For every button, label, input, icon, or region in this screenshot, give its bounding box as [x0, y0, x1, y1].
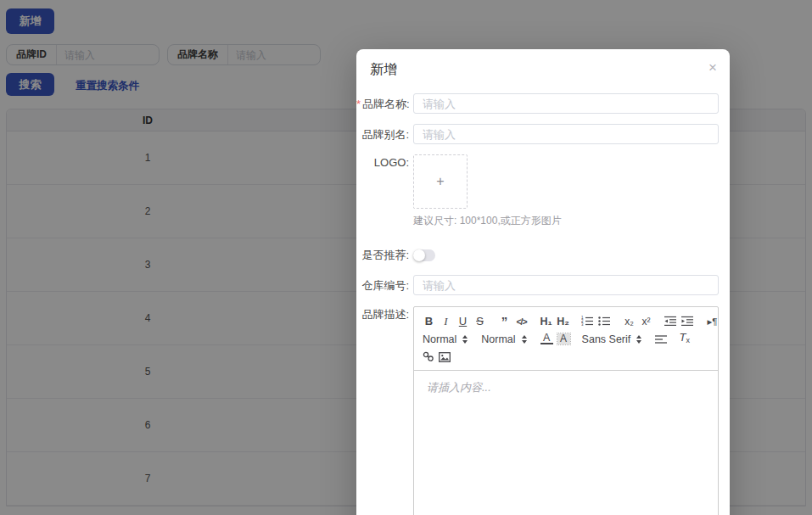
code-block-button[interactable]: </> — [515, 315, 528, 328]
rich-text-editor: B I U S ” </> H₁ H₂ 123 — [413, 306, 719, 515]
ordered-list-icon[interactable]: 123 — [581, 316, 594, 327]
editor-content-area[interactable]: 请插入内容... — [414, 371, 718, 515]
brand-name-field-row: *品牌名称: — [356, 93, 730, 114]
description-field-row: 品牌描述: B I U S ” </> H₁ H₂ — [356, 306, 730, 515]
svg-text:3: 3 — [581, 322, 584, 327]
required-mark: * — [356, 98, 361, 110]
description-label: 品牌描述: — [356, 306, 409, 515]
logo-upload-box[interactable]: + — [413, 154, 468, 209]
recommend-toggle[interactable] — [413, 249, 435, 261]
indent-icon[interactable] — [681, 316, 694, 327]
clean-format-button[interactable]: Tx — [678, 331, 691, 347]
toolbar-row-1: B I U S ” </> H₁ H₂ 123 — [423, 314, 709, 328]
header-2-button[interactable]: H₂ — [557, 315, 569, 328]
subscript-button[interactable]: x₂ — [623, 315, 636, 328]
picker-arrows-icon — [636, 335, 641, 344]
toolbar-row-2: Normal Normal A A Sans Serif — [423, 332, 709, 346]
font-picker[interactable]: Sans Serif — [582, 333, 642, 345]
add-brand-modal: 新增 × *品牌名称: 品牌别名: LOGO: + 建议尺寸: 100*10 — [356, 49, 730, 515]
editor-toolbar: B I U S ” </> H₁ H₂ 123 — [414, 307, 718, 371]
superscript-button[interactable]: x² — [640, 315, 652, 328]
picker-arrows-icon — [522, 335, 527, 344]
toolbar-row-3 — [423, 350, 709, 364]
brand-name-label: *品牌名称: — [356, 93, 409, 114]
modal-title: 新增 — [370, 62, 397, 76]
size-picker[interactable]: Normal — [423, 333, 468, 345]
warehouse-no-label: 仓库编号: — [356, 275, 409, 295]
brand-alias-field-row: 品牌别名: — [356, 124, 730, 144]
bullet-list-icon[interactable] — [598, 316, 611, 327]
blockquote-button[interactable]: ” — [498, 317, 511, 326]
strikethrough-button[interactable]: S — [473, 315, 486, 328]
header-picker[interactable]: Normal — [481, 333, 526, 345]
modal-header: 新增 × — [356, 49, 730, 78]
close-icon[interactable]: × — [707, 59, 719, 76]
align-icon[interactable] — [655, 334, 668, 344]
warehouse-no-input[interactable] — [413, 275, 719, 295]
bold-button[interactable]: B — [423, 315, 435, 328]
brand-name-input[interactable] — [413, 93, 719, 114]
picker-arrows-icon — [462, 335, 468, 344]
recommend-label: 是否推荐: — [356, 247, 409, 261]
logo-label: LOGO: — [356, 154, 409, 228]
plus-icon: + — [436, 174, 444, 189]
brand-alias-input[interactable] — [413, 124, 719, 144]
italic-button[interactable]: I — [440, 315, 452, 328]
text-color-button[interactable]: A — [540, 333, 553, 344]
text-direction-button[interactable]: ▸¶ — [706, 315, 719, 328]
logo-size-hint: 建议尺寸: 100*100,或正方形图片 — [413, 214, 719, 228]
add-brand-form: *品牌名称: 品牌别名: LOGO: + 建议尺寸: 100*100,或正方形图… — [356, 93, 730, 515]
outdent-icon[interactable] — [664, 316, 677, 327]
editor-placeholder: 请插入内容... — [427, 381, 491, 394]
recommend-field-row: 是否推荐: — [356, 247, 730, 261]
brand-alias-label: 品牌别名: — [356, 124, 409, 144]
background-color-button[interactable]: A — [557, 333, 570, 344]
toggle-knob — [413, 249, 425, 261]
image-icon[interactable] — [439, 352, 451, 362]
warehouse-no-field-row: 仓库编号: — [356, 275, 730, 295]
underline-button[interactable]: U — [456, 315, 469, 328]
link-icon[interactable] — [423, 351, 434, 362]
logo-field-row: LOGO: + 建议尺寸: 100*100,或正方形图片 — [356, 154, 730, 228]
header-1-button[interactable]: H₁ — [540, 315, 552, 328]
